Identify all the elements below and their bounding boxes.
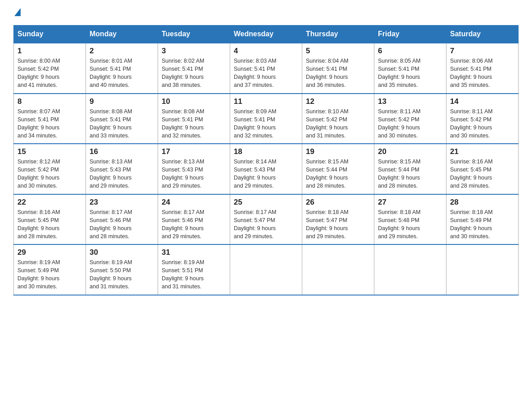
weekday-header-friday: Friday xyxy=(374,26,446,43)
day-number: 11 xyxy=(234,97,298,106)
day-number: 27 xyxy=(378,198,442,207)
day-number: 17 xyxy=(162,147,226,156)
calendar-cell: 25Sunrise: 8:17 AMSunset: 5:47 PMDayligh… xyxy=(230,194,302,245)
day-number: 20 xyxy=(378,147,442,156)
day-info: Sunrise: 8:10 AMSunset: 5:42 PMDaylight:… xyxy=(306,107,370,140)
calendar-cell: 8Sunrise: 8:07 AMSunset: 5:41 PMDaylight… xyxy=(14,94,86,144)
day-info: Sunrise: 8:12 AMSunset: 5:42 PMDaylight:… xyxy=(17,158,82,190)
weekday-header-thursday: Thursday xyxy=(302,26,374,43)
calendar-cell: 15Sunrise: 8:12 AMSunset: 5:42 PMDayligh… xyxy=(14,144,86,194)
calendar-table: SundayMondayTuesdayWednesdayThursdayFrid… xyxy=(13,25,519,295)
calendar-week-4: 22Sunrise: 8:16 AMSunset: 5:45 PMDayligh… xyxy=(14,194,519,245)
page-header xyxy=(13,9,519,17)
day-info: Sunrise: 8:00 AMSunset: 5:42 PMDaylight:… xyxy=(17,57,82,90)
calendar-cell xyxy=(230,244,302,295)
calendar-cell: 3Sunrise: 8:02 AMSunset: 5:41 PMDaylight… xyxy=(158,43,230,94)
calendar-cell: 17Sunrise: 8:13 AMSunset: 5:43 PMDayligh… xyxy=(158,144,230,194)
calendar-cell: 29Sunrise: 8:19 AMSunset: 5:49 PMDayligh… xyxy=(14,244,86,295)
calendar-cell: 18Sunrise: 8:14 AMSunset: 5:43 PMDayligh… xyxy=(230,144,302,194)
day-info: Sunrise: 8:04 AMSunset: 5:41 PMDaylight:… xyxy=(306,57,370,90)
calendar-week-2: 8Sunrise: 8:07 AMSunset: 5:41 PMDaylight… xyxy=(14,94,519,144)
weekday-header-wednesday: Wednesday xyxy=(230,26,302,43)
logo xyxy=(13,9,21,17)
day-number: 5 xyxy=(306,47,370,56)
calendar-cell: 7Sunrise: 8:06 AMSunset: 5:41 PMDaylight… xyxy=(446,43,519,94)
day-info: Sunrise: 8:07 AMSunset: 5:41 PMDaylight:… xyxy=(17,107,82,140)
calendar-cell: 13Sunrise: 8:11 AMSunset: 5:42 PMDayligh… xyxy=(374,94,446,144)
calendar-cell: 1Sunrise: 8:00 AMSunset: 5:42 PMDaylight… xyxy=(14,43,86,94)
day-info: Sunrise: 8:08 AMSunset: 5:41 PMDaylight:… xyxy=(162,107,226,140)
day-info: Sunrise: 8:02 AMSunset: 5:41 PMDaylight:… xyxy=(162,57,226,90)
calendar-cell: 28Sunrise: 8:18 AMSunset: 5:49 PMDayligh… xyxy=(446,194,519,245)
day-info: Sunrise: 8:19 AMSunset: 5:50 PMDaylight:… xyxy=(90,258,154,291)
day-info: Sunrise: 8:17 AMSunset: 5:46 PMDaylight:… xyxy=(162,208,226,241)
day-info: Sunrise: 8:15 AMSunset: 5:44 PMDaylight:… xyxy=(378,158,442,190)
day-number: 25 xyxy=(234,198,298,207)
day-info: Sunrise: 8:13 AMSunset: 5:43 PMDaylight:… xyxy=(162,158,226,190)
calendar-cell: 9Sunrise: 8:08 AMSunset: 5:41 PMDaylight… xyxy=(86,94,158,144)
day-number: 15 xyxy=(17,147,82,156)
day-number: 23 xyxy=(90,198,154,207)
calendar-cell: 10Sunrise: 8:08 AMSunset: 5:41 PMDayligh… xyxy=(158,94,230,144)
calendar-cell: 31Sunrise: 8:19 AMSunset: 5:51 PMDayligh… xyxy=(158,244,230,295)
day-info: Sunrise: 8:06 AMSunset: 5:41 PMDaylight:… xyxy=(450,57,515,90)
day-number: 19 xyxy=(306,147,370,156)
calendar-cell: 14Sunrise: 8:11 AMSunset: 5:42 PMDayligh… xyxy=(446,94,519,144)
calendar-cell: 2Sunrise: 8:01 AMSunset: 5:41 PMDaylight… xyxy=(86,43,158,94)
day-number: 2 xyxy=(90,47,154,56)
weekday-header-sunday: Sunday xyxy=(14,26,86,43)
day-info: Sunrise: 8:19 AMSunset: 5:51 PMDaylight:… xyxy=(162,258,226,291)
day-info: Sunrise: 8:15 AMSunset: 5:44 PMDaylight:… xyxy=(306,158,370,190)
day-number: 4 xyxy=(234,47,298,56)
calendar-cell xyxy=(374,244,446,295)
calendar-cell xyxy=(302,244,374,295)
day-info: Sunrise: 8:18 AMSunset: 5:47 PMDaylight:… xyxy=(306,208,370,241)
day-info: Sunrise: 8:05 AMSunset: 5:41 PMDaylight:… xyxy=(378,57,442,90)
calendar-cell: 12Sunrise: 8:10 AMSunset: 5:42 PMDayligh… xyxy=(302,94,374,144)
calendar-cell: 27Sunrise: 8:18 AMSunset: 5:48 PMDayligh… xyxy=(374,194,446,245)
calendar-week-5: 29Sunrise: 8:19 AMSunset: 5:49 PMDayligh… xyxy=(14,244,519,295)
calendar-cell: 4Sunrise: 8:03 AMSunset: 5:41 PMDaylight… xyxy=(230,43,302,94)
calendar-cell: 6Sunrise: 8:05 AMSunset: 5:41 PMDaylight… xyxy=(374,43,446,94)
calendar-cell: 26Sunrise: 8:18 AMSunset: 5:47 PMDayligh… xyxy=(302,194,374,245)
calendar-cell: 19Sunrise: 8:15 AMSunset: 5:44 PMDayligh… xyxy=(302,144,374,194)
day-info: Sunrise: 8:17 AMSunset: 5:46 PMDaylight:… xyxy=(90,208,154,241)
day-number: 14 xyxy=(450,97,515,106)
day-number: 30 xyxy=(90,248,154,257)
day-info: Sunrise: 8:09 AMSunset: 5:41 PMDaylight:… xyxy=(234,107,298,140)
day-info: Sunrise: 8:17 AMSunset: 5:47 PMDaylight:… xyxy=(234,208,298,241)
day-number: 1 xyxy=(17,47,82,56)
day-info: Sunrise: 8:13 AMSunset: 5:43 PMDaylight:… xyxy=(90,158,154,190)
day-info: Sunrise: 8:18 AMSunset: 5:48 PMDaylight:… xyxy=(378,208,442,241)
day-number: 22 xyxy=(17,198,82,207)
day-info: Sunrise: 8:11 AMSunset: 5:42 PMDaylight:… xyxy=(378,107,442,140)
day-number: 12 xyxy=(306,97,370,106)
day-info: Sunrise: 8:08 AMSunset: 5:41 PMDaylight:… xyxy=(90,107,154,140)
calendar-cell: 11Sunrise: 8:09 AMSunset: 5:41 PMDayligh… xyxy=(230,94,302,144)
calendar-week-3: 15Sunrise: 8:12 AMSunset: 5:42 PMDayligh… xyxy=(14,144,519,194)
day-number: 29 xyxy=(17,248,82,257)
weekday-header-saturday: Saturday xyxy=(446,26,519,43)
day-number: 7 xyxy=(450,47,515,56)
calendar-cell: 20Sunrise: 8:15 AMSunset: 5:44 PMDayligh… xyxy=(374,144,446,194)
day-info: Sunrise: 8:11 AMSunset: 5:42 PMDaylight:… xyxy=(450,107,515,140)
day-number: 18 xyxy=(234,147,298,156)
calendar-cell xyxy=(446,244,519,295)
weekday-header-tuesday: Tuesday xyxy=(158,26,230,43)
day-info: Sunrise: 8:18 AMSunset: 5:49 PMDaylight:… xyxy=(450,208,515,241)
day-info: Sunrise: 8:16 AMSunset: 5:45 PMDaylight:… xyxy=(450,158,515,190)
weekday-header-monday: Monday xyxy=(86,26,158,43)
calendar-week-1: 1Sunrise: 8:00 AMSunset: 5:42 PMDaylight… xyxy=(14,43,519,94)
calendar-cell: 24Sunrise: 8:17 AMSunset: 5:46 PMDayligh… xyxy=(158,194,230,245)
day-number: 6 xyxy=(378,47,442,56)
logo-triangle-icon xyxy=(14,8,21,16)
day-number: 26 xyxy=(306,198,370,207)
day-number: 3 xyxy=(162,47,226,56)
day-info: Sunrise: 8:03 AMSunset: 5:41 PMDaylight:… xyxy=(234,57,298,90)
day-info: Sunrise: 8:14 AMSunset: 5:43 PMDaylight:… xyxy=(234,158,298,190)
calendar-cell: 22Sunrise: 8:16 AMSunset: 5:45 PMDayligh… xyxy=(14,194,86,245)
day-info: Sunrise: 8:01 AMSunset: 5:41 PMDaylight:… xyxy=(90,57,154,90)
calendar-cell: 5Sunrise: 8:04 AMSunset: 5:41 PMDaylight… xyxy=(302,43,374,94)
day-number: 8 xyxy=(17,97,82,106)
calendar-cell: 23Sunrise: 8:17 AMSunset: 5:46 PMDayligh… xyxy=(86,194,158,245)
